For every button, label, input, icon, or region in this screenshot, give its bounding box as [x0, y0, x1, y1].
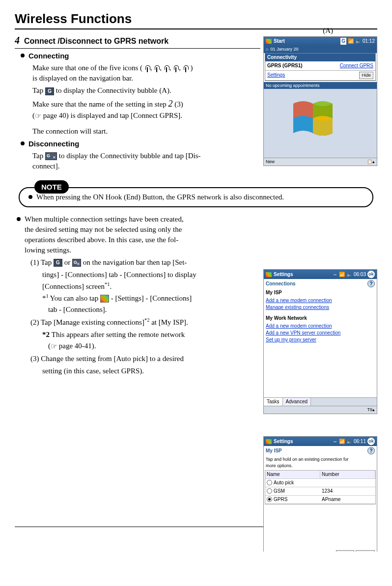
para: Tap G to display the Connectivity bubble… — [32, 85, 260, 96]
footnote-1-cont: tab - [Connections]. — [48, 305, 260, 315]
para: The connection will start. — [32, 126, 260, 137]
step-heading: 4 Connect /Disconnect to GPRS network — [15, 33, 260, 49]
antenna-icon — [144, 65, 150, 72]
help-icon[interactable]: ? — [367, 280, 375, 287]
screenshot-connections: Settings ↔ 📶 🔈 06:03 ok Connections ? My… — [263, 269, 377, 414]
add-modem-link[interactable]: Add a new modem connection — [264, 297, 377, 304]
clock: 06:03 — [354, 271, 366, 278]
table-row[interactable]: GSM 1234 — [265, 487, 375, 496]
work-label: My Work Network — [264, 314, 377, 323]
speaker-icon: 🔈 — [355, 38, 361, 45]
connect-gprs-link[interactable]: Connect GPRS — [340, 62, 373, 69]
connections-table: Name Number Auto pick GSM 1234 GPRS APna… — [265, 470, 376, 504]
para: When multiple connection settings have b… — [25, 214, 184, 224]
add-modem2-link[interactable]: Add a new modem connection — [264, 323, 377, 330]
bullet-icon — [17, 217, 21, 221]
new-button[interactable]: New... — [356, 550, 375, 552]
bubble-title: Connectivity — [265, 54, 375, 61]
col-name: Name — [265, 471, 320, 478]
disconnecting-label: Disconnecting — [28, 139, 79, 149]
footnote-1: *1 You can also tap - [Settings] - [Conn… — [42, 293, 260, 304]
help-icon[interactable]: ? — [367, 447, 375, 454]
step-ref: 2 — [168, 99, 173, 109]
speaker-icon: 🔈 — [346, 271, 352, 278]
shot2-titlebar: Settings ↔ 📶 🔈 06:03 ok — [264, 270, 377, 279]
tab-tasks[interactable]: Tasks — [264, 398, 283, 406]
antenna-icon — [173, 65, 179, 72]
radio-gprs[interactable] — [267, 497, 272, 502]
date-bar: ⌂ 01 January 20 — [264, 46, 377, 53]
step-2: (2) Tap [Manage existing connections]*2 … — [30, 317, 260, 328]
content: (A) Start G 📶 🔈 01:12 ⌂ 01 January 20 Co… — [15, 33, 377, 524]
start-label: Start — [274, 38, 285, 45]
settings-link[interactable]: Settings — [267, 72, 285, 79]
annotation-a: (A) — [323, 26, 333, 36]
settings-label: Settings — [274, 438, 293, 445]
start-flag-icon — [266, 39, 272, 44]
settings-row: Settings Hide — [265, 71, 375, 81]
t9-icon[interactable]: T9▴ — [367, 407, 375, 413]
para: Make sure that one of the five icons ( ,… — [32, 63, 260, 84]
start-flag-icon — [266, 272, 272, 277]
myisp-title: My ISP — [266, 447, 282, 454]
g-disconnect-icon — [72, 259, 81, 267]
gprs-name: GPRS (GPRS1) — [267, 62, 303, 69]
connecting-label: Connecting — [28, 51, 69, 61]
myisp-label: My ISP — [264, 288, 377, 297]
antenna-icon — [154, 65, 160, 72]
para: lowing settings. — [25, 245, 184, 255]
para: operations described above. In this case… — [25, 235, 184, 245]
pointer-icon: ☞ — [51, 341, 57, 352]
proxy-link[interactable]: Set up my proxy server — [264, 336, 377, 343]
radio-autopick[interactable] — [267, 480, 272, 485]
step-number: 4 — [15, 35, 20, 46]
tab-advanced[interactable]: Advanced — [283, 398, 311, 406]
step-3-cont: setting (in this case, select GPRS). — [42, 366, 260, 376]
shot2-bottom: T9▴ — [264, 406, 377, 414]
table-row[interactable]: Auto pick — [265, 479, 375, 487]
edit-button[interactable]: Edit... — [336, 550, 354, 552]
hide-button[interactable]: Hide — [359, 72, 373, 79]
hint: Tap and hold on an existing connection f… — [264, 455, 377, 470]
bottom-bar: New 📋▴ — [264, 158, 377, 166]
gprs-row: GPRS (GPRS1) Connect GPRS — [265, 61, 375, 71]
step-1: (1) Tap G or on the navigation bar then … — [30, 257, 260, 268]
shot-titlebar: Start G 📶 🔈 01:12 — [264, 37, 377, 46]
clock-text: 01:12 — [363, 38, 375, 45]
new-label[interactable]: New — [266, 159, 275, 165]
bullet-icon — [28, 195, 32, 199]
step-3: (3) Change the setting from [Auto pick] … — [30, 354, 260, 364]
g-icon: G — [45, 87, 54, 95]
g-icon: G — [340, 38, 346, 45]
ok-button[interactable]: ok — [367, 438, 375, 445]
sip-icon[interactable]: 📋▴ — [367, 159, 375, 165]
footnote-2-cont: (☞ page 40-41). — [48, 341, 260, 352]
tabs: Tasks Advanced — [264, 397, 377, 406]
step-title: Connect /Disconnect to GPRS network — [24, 37, 168, 45]
home-icon: ⌂ — [266, 46, 268, 53]
manage-connections-link[interactable]: Manage existing connections — [264, 304, 377, 311]
start-flag-icon — [266, 439, 272, 444]
step-1-cont: tings] - [Connections] tab - [Connection… — [42, 270, 260, 280]
col-number: Number — [320, 471, 375, 478]
signal-icon: ↔ — [333, 438, 337, 445]
shot3-titlebar: Settings ↔ 📶 🔈 06:11 ok — [264, 437, 377, 446]
note-box: NOTE When pressing the ON Hook (End) But… — [19, 187, 373, 207]
para: the desired setting may not be selected … — [25, 224, 184, 235]
signal-icon: ↔ — [333, 271, 337, 278]
para: Make sure that the name of the setting i… — [32, 98, 260, 121]
note-text: When pressing the ON Hook (End) Button, … — [36, 192, 284, 202]
antenna-icon: 📶 — [339, 438, 345, 445]
tray: G 📶 🔈 01:12 — [340, 38, 375, 45]
body-text-2: When multiple connection settings have b… — [15, 214, 260, 525]
table-row[interactable]: GPRS APname — [265, 496, 375, 504]
windows-logo-icon — [264, 89, 377, 158]
step-1-cont: [Connections] screen*1. — [42, 281, 260, 292]
clock: 06:11 — [354, 438, 366, 445]
settings-label: Settings — [274, 271, 293, 278]
radio-gsm[interactable] — [267, 488, 272, 494]
antenna-icon — [183, 65, 189, 72]
start-flag-icon — [100, 295, 109, 303]
add-vpn-link[interactable]: Add a new VPN server connection — [264, 330, 377, 336]
ok-button[interactable]: ok — [367, 271, 375, 278]
